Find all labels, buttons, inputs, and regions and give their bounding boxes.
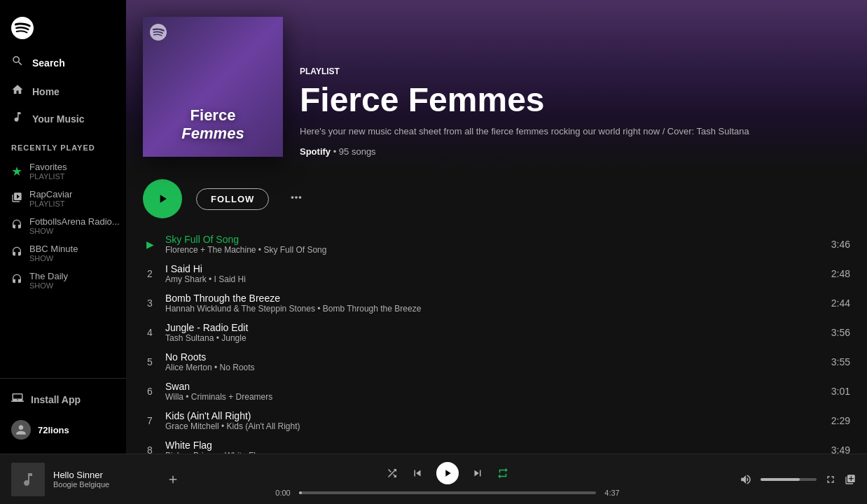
track-duration: 3:49 <box>831 444 850 454</box>
search-label: Search <box>32 57 65 69</box>
track-info: Kids (Ain't All Right) Grace Mitchell • … <box>165 410 823 431</box>
star-icon: ★ <box>11 164 22 179</box>
track-number: 2 <box>143 268 157 279</box>
album-title: Fierce Femmes <box>300 82 850 119</box>
now-playing-info: Hello Sinner Boogie Belgique <box>53 470 158 489</box>
shuffle-button[interactable] <box>386 467 398 479</box>
volume-bar[interactable] <box>761 478 817 481</box>
bbc-info: BBC Minute SHOW <box>29 244 78 262</box>
favorites-type: PLAYLIST <box>29 172 67 181</box>
your-music-label: Your Music <box>32 113 84 125</box>
daily-info: The Daily SHOW <box>29 271 68 290</box>
sidebar-item-favorites[interactable]: ★ Favorites PLAYLIST <box>0 158 126 185</box>
track-title: Sky Full Of Song <box>165 234 823 245</box>
track-row[interactable]: 5 No Roots Alice Merton • No Roots 3:55 <box>132 347 861 377</box>
track-duration: 3:46 <box>831 239 850 250</box>
player-right <box>716 473 856 486</box>
daily-label: The Daily <box>29 271 68 281</box>
more-button[interactable] <box>283 187 310 211</box>
sidebar-item-bbc[interactable]: BBC Minute SHOW <box>0 239 126 267</box>
search-nav-item[interactable]: Search <box>0 48 126 78</box>
daily-type: SHOW <box>29 281 68 290</box>
track-number: 6 <box>143 386 157 397</box>
your-music-nav-item[interactable]: Your Music <box>0 105 126 132</box>
track-row[interactable]: 6 Swan Willa • Criminals + Dreamers 3:01 <box>132 377 861 406</box>
sidebar-item-fotbolls[interactable]: FotbollsArena Radio... SHOW <box>0 212 126 239</box>
track-number: 5 <box>143 356 157 368</box>
album-song-count: • 95 songs <box>333 146 376 157</box>
sidebar-item-rapcaviar[interactable]: RapCaviar PLAYLIST <box>0 185 126 212</box>
track-info: Bomb Through the Breeze Hannah Wicklund … <box>165 293 823 314</box>
track-row[interactable]: 2 I Said Hi Amy Shark • I Said Hi 2:48 <box>132 259 861 288</box>
fotbolls-info: FotbollsArena Radio... SHOW <box>29 216 120 235</box>
repeat-button[interactable] <box>497 467 509 479</box>
home-icon <box>11 83 24 99</box>
track-row[interactable]: ▶ Sky Full Of Song Florence + The Machin… <box>132 230 861 259</box>
previous-button[interactable] <box>411 467 424 479</box>
track-number: 7 <box>143 415 157 426</box>
follow-button[interactable]: FOLLOW <box>196 188 269 210</box>
next-button[interactable] <box>471 467 484 479</box>
track-duration: 3:01 <box>831 386 850 397</box>
track-info: Swan Willa • Criminals + Dreamers <box>165 381 823 402</box>
bbc-label: BBC Minute <box>29 244 78 254</box>
track-row[interactable]: 8 White Flag Bishop Briggs • White Flag … <box>132 435 861 454</box>
album-info: PLAYLIST Fierce Femmes Here's your new m… <box>300 66 850 157</box>
install-app-label: Install App <box>31 394 81 405</box>
player-controls: 0:00 4:37 <box>188 462 707 497</box>
track-list: ▶ Sky Full Of Song Florence + The Machin… <box>126 230 867 454</box>
playlist-icon <box>11 192 22 206</box>
track-row[interactable]: 4 Jungle - Radio Edit Tash Sultana • Jun… <box>132 318 861 347</box>
main-content: Fierce Femmes PLAYLIST Fierce Femmes Her… <box>126 0 867 454</box>
track-duration: 2:48 <box>831 268 850 279</box>
album-type: PLAYLIST <box>300 66 850 76</box>
track-number: 4 <box>143 327 157 338</box>
library-icon <box>11 111 24 127</box>
sidebar: Search Home Your Music Recently Played ★… <box>0 0 126 454</box>
show-icon-3 <box>11 274 22 288</box>
play-button[interactable] <box>143 179 182 218</box>
sidebar-item-daily[interactable]: The Daily SHOW <box>0 267 126 294</box>
add-to-library-button[interactable] <box>167 473 179 486</box>
show-icon-2 <box>11 246 22 260</box>
volume-button[interactable] <box>740 473 752 486</box>
show-icon <box>11 219 22 233</box>
queue-button[interactable] <box>845 474 856 485</box>
track-subtitle: Amy Shark • I Said Hi <box>165 274 823 284</box>
track-subtitle: Grace Mitchell • Kids (Ain't All Right) <box>165 421 823 431</box>
track-row[interactable]: 7 Kids (Ain't All Right) Grace Mitchell … <box>132 406 861 435</box>
track-title: Swan <box>165 381 823 392</box>
track-duration: 2:44 <box>831 298 850 309</box>
total-time: 4:37 <box>602 489 623 497</box>
bottom-player: Hello Sinner Boogie Belgique <box>0 454 867 504</box>
track-title: Bomb Through the Breeze <box>165 293 823 304</box>
player-buttons <box>386 462 509 484</box>
home-label: Home <box>32 86 60 97</box>
track-title: Jungle - Radio Edit <box>165 322 823 333</box>
home-nav-item[interactable]: Home <box>0 78 126 105</box>
track-subtitle: Hannah Wicklund & The Steppin Stones • B… <box>165 304 823 314</box>
track-info: White Flag Bishop Briggs • White Flag <box>165 440 823 454</box>
progress-bar[interactable] <box>299 491 596 494</box>
track-duration: 3:56 <box>831 327 850 338</box>
track-row[interactable]: 3 Bomb Through the Breeze Hannah Wicklun… <box>132 288 861 318</box>
track-subtitle: Florence + The Machine • Sky Full Of Son… <box>165 245 823 255</box>
track-info: No Roots Alice Merton • No Roots <box>165 351 823 372</box>
fotbolls-label: FotbollsArena Radio... <box>29 216 120 227</box>
bbc-type: SHOW <box>29 254 78 262</box>
track-title: No Roots <box>165 351 823 363</box>
play-pause-button[interactable] <box>436 462 459 484</box>
track-title: Kids (Ain't All Right) <box>165 410 823 421</box>
spotify-logo[interactable] <box>0 6 126 48</box>
monitor-icon <box>11 391 24 407</box>
sidebar-bottom: Install App 72lions <box>0 378 126 448</box>
user-profile[interactable]: 72lions <box>11 420 115 440</box>
album-meta: Spotify • 95 songs <box>300 146 850 157</box>
rapcaviar-label: RapCaviar <box>29 189 72 200</box>
install-app-button[interactable]: Install App <box>11 387 115 412</box>
now-playing-thumbnail <box>11 463 45 496</box>
now-playing-artist: Boogie Belgique <box>53 480 158 489</box>
avatar <box>11 420 31 440</box>
fullscreen-button[interactable] <box>825 474 836 485</box>
search-icon <box>11 55 24 71</box>
